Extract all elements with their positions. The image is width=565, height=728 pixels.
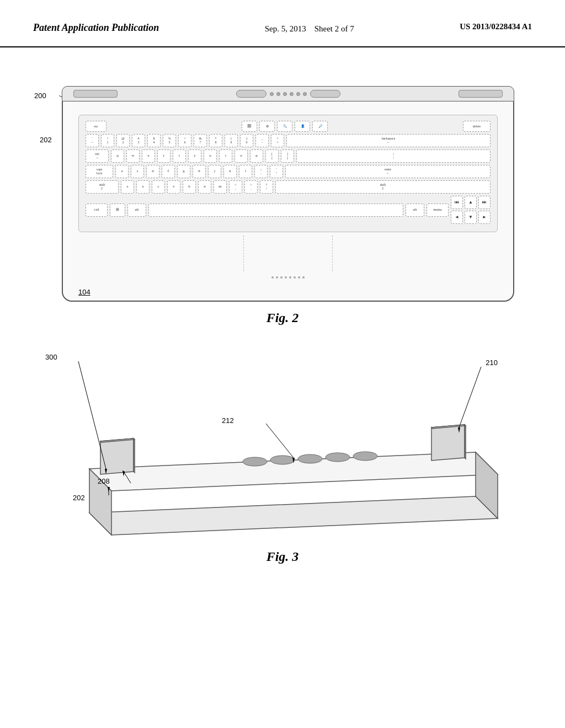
figure-3-section: 300 210 212 208 202 — [33, 342, 532, 564]
key-h[interactable]: h — [193, 165, 206, 178]
svg-line-28 — [266, 424, 294, 458]
key-windows[interactable]: ⊞ — [110, 204, 125, 217]
key-8[interactable]: *8 — [209, 134, 222, 147]
sheet-number: Sheet 2 of 7 — [315, 24, 354, 33]
key-a[interactable]: a — [115, 165, 129, 178]
key-y[interactable]: y — [188, 149, 201, 163]
key-o[interactable]: o — [234, 149, 248, 163]
key-prev-track[interactable]: ⏮ — [451, 196, 463, 209]
header-title: Patent Application Publication — [33, 22, 159, 34]
key-ctrl[interactable]: ctrl — [86, 204, 108, 217]
key-tab[interactable]: tab→ — [86, 149, 109, 163]
key-space[interactable] — [148, 204, 403, 217]
figure-2-container: 200 202 204 208 212 210 206 106 — [34, 86, 531, 302]
key-c[interactable]: c — [152, 180, 165, 194]
key-backspace[interactable]: backspace← — [286, 134, 491, 147]
key-period[interactable]: >. — [244, 180, 258, 194]
key-p[interactable]: p — [250, 149, 263, 163]
key-row-fn: esc ⊞ ⚙ 🔍 👤 🔎 delete — [86, 121, 491, 132]
key-minus[interactable]: _- — [255, 134, 269, 147]
patent-number: US 2013/0228434 A1 — [460, 22, 532, 31]
key-v[interactable]: v — [167, 180, 180, 194]
key-1[interactable]: !1 — [101, 134, 114, 147]
key-d[interactable]: d — [146, 165, 159, 178]
patent-header: Patent Application Publication Sep. 5, 2… — [0, 0, 565, 47]
key-fn2[interactable]: ⚙ — [259, 121, 275, 132]
key-delete[interactable]: delete — [463, 121, 491, 132]
key-2[interactable]: @2 — [116, 134, 130, 147]
key-m[interactable]: m — [214, 180, 227, 194]
key-e[interactable]: e — [142, 149, 155, 163]
dot-2 — [276, 92, 280, 96]
key-backslash[interactable]: |\ — [296, 149, 491, 163]
key-3[interactable]: #3 — [132, 134, 145, 147]
svg-marker-15 — [134, 438, 135, 473]
connector-right-bump — [459, 90, 503, 98]
key-x[interactable]: x — [136, 180, 150, 194]
dot-6 — [303, 92, 307, 96]
key-menu[interactable]: menu — [427, 204, 449, 217]
key-fn1[interactable]: ⊞ — [242, 121, 257, 132]
key-i[interactable]: i — [219, 149, 232, 163]
key-row-numbers: `~ !1 @2 #3 $4 %5 ^6 &7 *8 (9 )0 _- — [86, 134, 491, 147]
device-drawing: esc ⊞ ⚙ 🔍 👤 🔎 delete `~ — [62, 86, 514, 302]
connector-dots — [270, 92, 307, 96]
key-l[interactable]: l — [239, 165, 252, 178]
key-fn3[interactable]: 🔍 — [277, 121, 292, 132]
key-w[interactable]: w — [126, 149, 140, 163]
header-date-sheet: Sep. 5, 2013 Sheet 2 of 7 — [265, 22, 354, 35]
key-semicolon[interactable]: ;: — [254, 165, 268, 178]
key-n[interactable]: n — [198, 180, 211, 194]
key-fn5[interactable]: 🔎 — [312, 121, 328, 132]
key-enter[interactable]: enter← — [285, 165, 491, 178]
key-right-arrow[interactable]: ► — [478, 211, 491, 224]
key-k[interactable]: k — [223, 165, 237, 178]
key-f[interactable]: f — [162, 165, 175, 178]
key-shift-right[interactable]: shift⇧ — [275, 180, 491, 194]
key-j[interactable]: j — [208, 165, 221, 178]
svg-marker-9 — [89, 496, 498, 535]
key-shift-left[interactable]: shift⇧ — [86, 180, 119, 194]
key-up-arrow[interactable]: ▲ — [465, 196, 477, 209]
key-z[interactable]: z — [121, 180, 134, 194]
svg-line-26 — [459, 367, 481, 427]
key-b[interactable]: b — [183, 180, 196, 194]
key-esc[interactable]: esc — [86, 121, 106, 132]
key-g[interactable]: g — [177, 165, 190, 178]
key-4[interactable]: $4 — [147, 134, 161, 147]
key-q[interactable]: q — [111, 149, 124, 163]
key-r[interactable]: r — [157, 149, 170, 163]
key-tilde[interactable]: `~ — [86, 134, 99, 147]
key-plus[interactable]: += — [271, 134, 284, 147]
key-9[interactable]: (9 — [225, 134, 238, 147]
key-left-arrow[interactable]: ◄ — [451, 211, 463, 224]
svg-point-20 — [270, 456, 295, 464]
key-down-arrow[interactable]: ▼ — [465, 211, 477, 224]
key-s[interactable]: s — [131, 165, 144, 178]
key-slash[interactable]: ?/ — [260, 180, 273, 194]
key-5[interactable]: %5 — [163, 134, 176, 147]
key-0[interactable]: )0 — [240, 134, 253, 147]
key-alt-left[interactable]: alt — [127, 204, 146, 217]
key-7[interactable]: &7 — [194, 134, 207, 147]
figure-2-section: 200 202 204 208 212 210 206 106 — [33, 86, 532, 325]
label-202: 202 — [40, 136, 52, 144]
key-comma[interactable]: <, — [229, 180, 242, 194]
key-quote[interactable]: '" — [270, 165, 283, 178]
key-row-zxcv: shift⇧ z x c v b n m <, >. ?/ shift⇧ — [86, 180, 491, 194]
label-210-fig3: 210 — [486, 358, 498, 367]
key-alt-right[interactable]: alt — [406, 204, 424, 217]
key-6[interactable]: ^6 — [178, 134, 191, 147]
svg-point-22 — [326, 453, 350, 462]
key-fn4[interactable]: 👤 — [295, 121, 310, 132]
key-u[interactable]: u — [204, 149, 217, 163]
touchpad-dot-8 — [302, 276, 305, 279]
label-200: 200 — [34, 92, 46, 100]
label-202-fig3: 202 — [73, 494, 85, 502]
key-capslock[interactable]: capslock — [86, 165, 113, 178]
key-next-track[interactable]: ⏭ — [478, 196, 491, 209]
key-lbracket[interactable]: [{ — [265, 149, 279, 163]
key-t[interactable]: t — [173, 149, 186, 163]
connector-oval — [236, 90, 266, 98]
key-rbracket[interactable]: ]} — [281, 149, 294, 163]
